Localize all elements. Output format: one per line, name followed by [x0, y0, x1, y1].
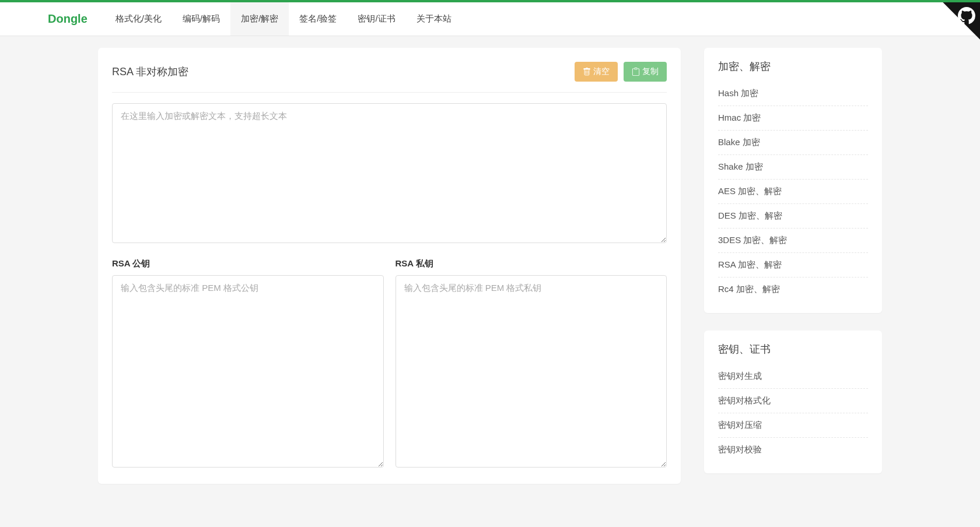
- sidebar: 加密、解密 Hash 加密 Hmac 加密 Blake 加密 Shake 加密 …: [704, 48, 882, 484]
- main-panel: RSA 非对称加密 清空 复制 RSA 公钥 RSA 私钥: [98, 48, 681, 484]
- trash-icon: [583, 68, 591, 76]
- panel-header: RSA 非对称加密 清空 复制: [112, 62, 667, 93]
- sidebar-item-rc4[interactable]: Rc4 加密、解密: [718, 277, 868, 301]
- sidebar-item-3des[interactable]: 3DES 加密、解密: [718, 229, 868, 253]
- nav-encode[interactable]: 编码/解码: [172, 2, 230, 36]
- github-icon: [958, 7, 975, 24]
- logo[interactable]: Dongle: [48, 12, 88, 26]
- nav-sign[interactable]: 签名/验签: [289, 2, 347, 36]
- action-buttons: 清空 复制: [575, 62, 667, 82]
- sidebar-item-des[interactable]: DES 加密、解密: [718, 204, 868, 229]
- panel-title: RSA 非对称加密: [112, 65, 188, 79]
- github-corner[interactable]: [928, 2, 980, 55]
- clear-button[interactable]: 清空: [575, 62, 618, 82]
- private-key-label: RSA 私钥: [396, 258, 667, 269]
- sidebar-item-shake[interactable]: Shake 加密: [718, 155, 868, 180]
- nav-format[interactable]: 格式化/美化: [105, 2, 172, 36]
- nav-about[interactable]: 关于本站: [406, 2, 462, 36]
- main-nav: 格式化/美化 编码/解码 加密/解密 签名/验签 密钥/证书 关于本站: [105, 2, 462, 36]
- nav-encrypt[interactable]: 加密/解密: [230, 2, 289, 36]
- clear-label: 清空: [593, 66, 610, 77]
- sidebar-key-list: 密钥对生成 密钥对格式化 密钥对压缩 密钥对校验: [718, 364, 868, 462]
- sidebar-key-section: 密钥、证书 密钥对生成 密钥对格式化 密钥对压缩 密钥对校验: [704, 331, 882, 473]
- sidebar-item-keycompress[interactable]: 密钥对压缩: [718, 413, 868, 438]
- copy-button[interactable]: 复制: [624, 62, 667, 82]
- sidebar-encrypt-title: 加密、解密: [718, 59, 868, 73]
- sidebar-item-keyverify[interactable]: 密钥对校验: [718, 438, 868, 462]
- sidebar-item-keyformat[interactable]: 密钥对格式化: [718, 389, 868, 413]
- public-key-label: RSA 公钥: [112, 258, 384, 269]
- sidebar-item-rsa[interactable]: RSA 加密、解密: [718, 253, 868, 277]
- copy-label: 复制: [642, 66, 659, 77]
- sidebar-item-blake[interactable]: Blake 加密: [718, 131, 868, 155]
- copy-icon: [632, 68, 640, 76]
- sidebar-item-keygen[interactable]: 密钥对生成: [718, 364, 868, 389]
- sidebar-item-aes[interactable]: AES 加密、解密: [718, 180, 868, 204]
- input-text[interactable]: [112, 103, 667, 243]
- public-key-input[interactable]: [112, 275, 384, 468]
- sidebar-item-hash[interactable]: Hash 加密: [718, 82, 868, 106]
- nav-key[interactable]: 密钥/证书: [347, 2, 405, 36]
- sidebar-encrypt-section: 加密、解密 Hash 加密 Hmac 加密 Blake 加密 Shake 加密 …: [704, 48, 882, 313]
- sidebar-key-title: 密钥、证书: [718, 342, 868, 356]
- sidebar-encrypt-list: Hash 加密 Hmac 加密 Blake 加密 Shake 加密 AES 加密…: [718, 82, 868, 301]
- sidebar-item-hmac[interactable]: Hmac 加密: [718, 106, 868, 131]
- private-key-input[interactable]: [396, 275, 667, 468]
- header: Dongle 格式化/美化 编码/解码 加密/解密 签名/验签 密钥/证书 关于…: [0, 2, 980, 36]
